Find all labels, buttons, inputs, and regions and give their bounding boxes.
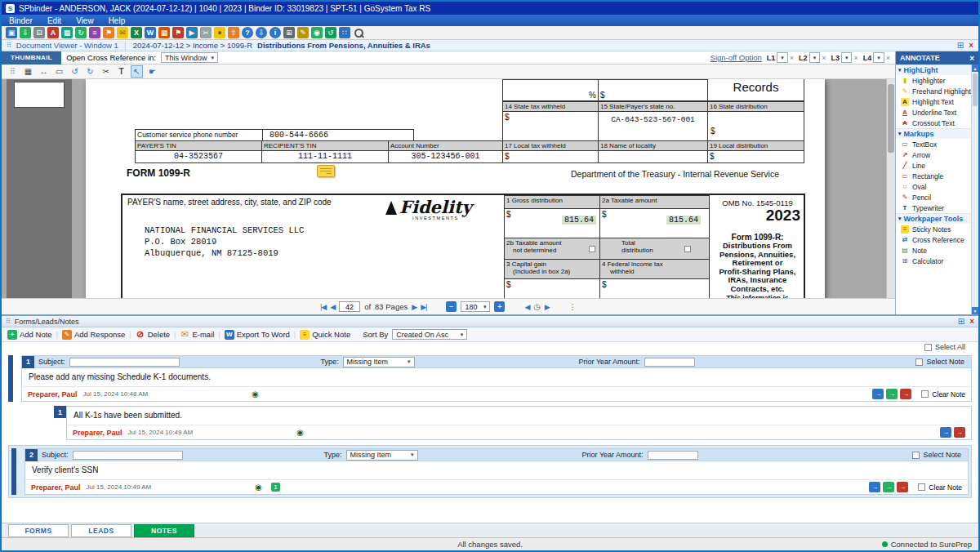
tool-rectangle[interactable]: ▭Rectangle	[896, 171, 978, 181]
snapshot-icon[interactable]: ✂	[100, 65, 112, 78]
thumbnail-strip[interactable]	[7, 79, 72, 298]
delete-note-icon[interactable]: →	[897, 482, 908, 492]
level-4-select[interactable]: ▾	[873, 52, 884, 63]
tool-line[interactable]: ╱Line	[896, 160, 978, 171]
first-page-button[interactable]: |◀	[320, 303, 326, 311]
add-note-button[interactable]: +Add Note	[7, 330, 52, 340]
export-note-icon[interactable]: →	[940, 427, 951, 438]
grid-icon[interactable]: ▦	[158, 27, 170, 38]
view-icon[interactable]: ◉	[311, 27, 323, 38]
scrollbar-thumb[interactable]	[973, 73, 978, 106]
search-icon[interactable]	[353, 27, 364, 38]
delete-note-icon[interactable]: →	[900, 389, 911, 399]
menu-edit[interactable]: Edit	[40, 16, 69, 25]
tool-calculator[interactable]: ⊞Calculator	[896, 256, 978, 266]
note-subject-input[interactable]	[73, 451, 183, 460]
annotate-group-highlight[interactable]: ▾HighLight	[896, 65, 978, 75]
zoom-in-button[interactable]: +	[494, 301, 505, 312]
edit-icon[interactable]: ✎	[297, 27, 309, 38]
send-icon[interactable]: ▶	[186, 27, 198, 38]
tool-typewriter[interactable]: TTypewriter	[896, 203, 978, 213]
tool-crossout-text[interactable]: ACrossout Text	[896, 118, 978, 128]
close-icon[interactable]: ×	[969, 54, 974, 63]
clear-note-checkbox[interactable]	[921, 390, 929, 398]
zoom-out-button[interactable]: −	[446, 301, 457, 312]
open-binder-icon[interactable]: ▣	[6, 27, 17, 38]
respond-note-icon[interactable]: →	[886, 389, 898, 399]
note-subject-input[interactable]	[69, 358, 180, 367]
close-icon[interactable]: ×	[969, 317, 974, 326]
help-icon[interactable]: ?	[242, 27, 253, 38]
rotate-left-icon[interactable]: ↺	[69, 65, 81, 78]
fit-width-icon[interactable]: ↔	[38, 65, 50, 78]
prior-year-input[interactable]	[644, 358, 695, 367]
reference-count-badge[interactable]: 1	[271, 483, 280, 492]
signoff-stamp-icon[interactable]: ◉	[296, 428, 304, 437]
calculator-icon[interactable]: ⊞	[283, 27, 295, 38]
snapshot-icon[interactable]: ✂	[200, 27, 212, 38]
info-icon[interactable]: i	[270, 27, 281, 38]
tool-highlight-text[interactable]: AHighlight Text	[896, 96, 978, 107]
add-response-button[interactable]: ✎Add Response	[62, 330, 125, 340]
page-thumbnail[interactable]	[14, 82, 65, 108]
level-4-clear-icon[interactable]: ×	[886, 54, 890, 62]
tool-underline-text[interactable]: AUnderline Text	[896, 107, 978, 118]
level-3-select[interactable]: ▾	[841, 52, 853, 63]
clear-note-checkbox[interactable]	[918, 483, 925, 491]
scroll-down-icon[interactable]: ▼	[972, 307, 978, 314]
level-1-select[interactable]: ▾	[777, 52, 788, 63]
scroll-up-icon[interactable]: ▲	[972, 65, 978, 72]
text-select-icon[interactable]: T	[115, 65, 127, 78]
note-type-select[interactable]: Missing Item▾	[343, 357, 415, 367]
quick-note-button[interactable]: ≡Quick Note	[300, 330, 350, 340]
print-icon[interactable]: ⊟	[33, 27, 45, 38]
sticky-note-annotation[interactable]	[317, 165, 335, 177]
annotate-scrollbar[interactable]: ▲ ▼	[971, 65, 978, 314]
signoff-stamp-icon[interactable]: ◉	[252, 390, 259, 398]
previous-page-button[interactable]: ◀	[330, 303, 335, 311]
sort-by-select[interactable]: Created On Asc▾	[392, 329, 467, 340]
hand-icon[interactable]: ☛	[146, 65, 158, 78]
annotate-group-markups[interactable]: ▾Markups	[896, 128, 978, 139]
tool-note[interactable]: ▤Note	[896, 245, 978, 256]
select-note-checkbox[interactable]	[915, 358, 923, 366]
popout-icon[interactable]: ⊞	[957, 41, 964, 50]
upload-icon[interactable]: ⇧	[228, 27, 239, 38]
tab-leads[interactable]: LEADS	[71, 524, 131, 537]
drag-handle-icon[interactable]: ⠿	[7, 42, 11, 49]
page-number-input[interactable]	[339, 301, 360, 312]
lock-icon[interactable]: ●	[214, 27, 225, 38]
tab-forms[interactable]: FORMS	[8, 524, 69, 537]
drag-handle-icon[interactable]: ⠿	[6, 318, 11, 325]
bookmark-icon[interactable]: ⚑	[103, 27, 114, 38]
cursor-icon[interactable]: ↖	[131, 65, 143, 78]
export-to-word-button[interactable]: WExport To Word	[225, 330, 290, 340]
prior-year-input[interactable]	[648, 451, 698, 460]
import-icon[interactable]: ⇩	[20, 27, 31, 38]
download-icon[interactable]: ⇩	[256, 27, 267, 38]
export-note-icon[interactable]: →	[872, 389, 884, 399]
refresh-icon[interactable]: ↻	[75, 27, 87, 38]
level-2-clear-icon[interactable]: ×	[822, 54, 826, 62]
delete-button[interactable]: ⊘Delete	[136, 330, 170, 340]
apps-icon[interactable]: ∷	[339, 27, 350, 38]
level-1-clear-icon[interactable]: ×	[790, 54, 794, 62]
menu-view[interactable]: View	[69, 16, 101, 25]
organize-icon[interactable]: ≡	[89, 27, 100, 38]
tool-oval[interactable]: ○Oval	[896, 181, 978, 192]
history-back-button[interactable]: ◀	[524, 303, 529, 311]
tool-pencil[interactable]: ✎Pencil	[896, 192, 978, 203]
popout-icon[interactable]: ⊞	[958, 317, 964, 326]
history-forward-button[interactable]: ▶	[545, 303, 550, 311]
flag-icon[interactable]: ⚑	[172, 27, 184, 38]
thumbnails-icon[interactable]: ▦	[22, 65, 34, 78]
excel-icon[interactable]: X	[131, 27, 142, 38]
tab-notes[interactable]: NOTES	[134, 524, 194, 537]
level-3-clear-icon[interactable]: ×	[853, 54, 858, 62]
annotate-group-workpaper-tools[interactable]: ▾Workpaper Tools	[896, 213, 978, 224]
thumbnail-tab[interactable]: THUMBNAIL	[2, 51, 61, 65]
last-page-button[interactable]: ▶|	[421, 303, 426, 311]
tool-cross-reference[interactable]: ⇄Cross Reference	[896, 234, 978, 245]
scrollbar-thumb[interactable]	[888, 84, 894, 153]
close-icon[interactable]: ×	[969, 41, 973, 50]
